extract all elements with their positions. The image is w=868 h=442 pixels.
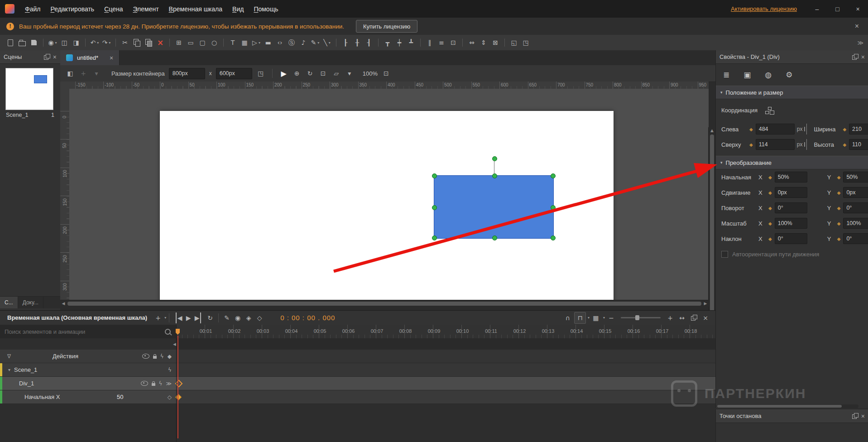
snap-anchor-icon[interactable]: ⊕ xyxy=(293,70,302,77)
dropdown-chevron-icon[interactable]: ▾ xyxy=(259,41,260,45)
symbol-icon[interactable]: Ⓢ▾ xyxy=(286,37,297,48)
align-top-icon[interactable]: ┳▾ xyxy=(382,37,393,48)
div-element-icon[interactable]: ⊞▾ xyxy=(173,37,184,48)
dropdown-chevron-icon[interactable]: ▾ xyxy=(329,41,331,45)
scene-capture-icon[interactable]: ◫▾ xyxy=(59,37,70,48)
group-icon[interactable]: ◱▾ xyxy=(508,37,519,48)
timeline-zoom-slider[interactable] xyxy=(621,317,661,318)
properties-scrollbar-thumb[interactable] xyxy=(717,405,842,408)
rotation-handle[interactable] xyxy=(492,156,497,161)
property-row-label[interactable]: Начальная X xyxy=(24,394,60,400)
minimize-button[interactable]: – xyxy=(807,0,827,18)
transform-y-input[interactable] xyxy=(843,202,868,213)
scene-row-label[interactable]: Scene_1 xyxy=(14,366,37,373)
copy-icon[interactable]: ▾ xyxy=(131,37,142,48)
div-row-label[interactable]: Div_1 xyxy=(19,380,34,387)
add-animation-chevron-icon[interactable]: ▾ xyxy=(164,316,166,320)
open-folder-icon[interactable]: ▾ xyxy=(17,37,28,48)
add-keyframe-icon[interactable]: ◆ xyxy=(843,127,846,132)
timeline-row-scene[interactable]: ▾ Scene_1 ϟ xyxy=(0,363,715,377)
close-panel-icon[interactable]: × xyxy=(861,413,865,420)
float-timeline-icon[interactable] xyxy=(691,315,697,321)
add-keyframe-icon[interactable]: ◆ xyxy=(837,175,841,180)
section-position-size[interactable]: ▾ Положение и размер xyxy=(716,86,868,99)
vertical-scrollbar-thumb[interactable] xyxy=(710,135,714,331)
maximize-button[interactable]: □ xyxy=(827,0,848,18)
menu-help[interactable]: Помощь xyxy=(249,5,283,13)
undo-icon[interactable]: ↶▾ xyxy=(89,37,100,48)
audio-icon[interactable]: ♪▾ xyxy=(298,37,309,48)
menu-element[interactable]: Элемент xyxy=(128,5,163,13)
menu-view[interactable]: Вид xyxy=(227,5,249,13)
align-middle-icon[interactable]: ┿▾ xyxy=(394,37,405,48)
scroll-left-icon[interactable]: ◀ xyxy=(60,301,67,306)
scene-actions-icon[interactable]: ϟ xyxy=(168,367,172,373)
tab-scenes[interactable]: С... xyxy=(0,297,18,308)
size-value-input[interactable] xyxy=(849,124,868,135)
make-same-size-icon[interactable]: ⊡▾ xyxy=(448,37,459,48)
filter-icon[interactable]: ∇ xyxy=(7,353,11,360)
shape-pen-icon[interactable]: ✎▾ xyxy=(310,37,321,48)
media-icon[interactable]: ▷▾ xyxy=(251,37,262,48)
size-value-input[interactable] xyxy=(849,139,868,150)
float-panel-icon[interactable] xyxy=(44,54,50,60)
arrange-icon[interactable]: ⊠▾ xyxy=(490,37,501,48)
resize-handle-e[interactable] xyxy=(551,205,556,210)
activate-license-link[interactable]: Активировать лицензию xyxy=(731,5,797,12)
toggle-visibility-icon[interactable] xyxy=(141,381,148,386)
add-keyframe-icon[interactable]: ◇ xyxy=(254,312,265,323)
cut-icon[interactable]: ✂▾ xyxy=(120,37,130,48)
keyframes-column-icon[interactable]: ◆ xyxy=(168,353,172,360)
add-keyframe-icon[interactable]: ◆ xyxy=(837,236,841,241)
easing-editor-icon[interactable]: ✎ xyxy=(221,312,232,323)
toolbar-overflow-icon[interactable]: ≫ xyxy=(857,39,863,46)
transform-y-input[interactable] xyxy=(843,233,868,244)
redo-icon[interactable]: ↷▾ xyxy=(101,37,112,48)
menu-edit[interactable]: Редактировать xyxy=(45,5,99,13)
resize-handle-nw[interactable] xyxy=(432,173,437,178)
transform-y-input[interactable] xyxy=(843,172,868,183)
actions-lightning-icon[interactable]: ϟ xyxy=(160,353,164,360)
add-keyframe-icon[interactable]: ◆ xyxy=(749,127,753,132)
close-panel-icon[interactable]: × xyxy=(861,53,865,61)
transform-x-input[interactable] xyxy=(775,218,807,229)
embed-icon[interactable]: ‹›▾ xyxy=(274,37,285,48)
zoom-out-timeline-icon[interactable]: − xyxy=(606,312,617,323)
buy-license-button[interactable]: Купить лицензию xyxy=(356,20,417,33)
unit-toggle-icon[interactable] xyxy=(804,142,805,147)
save-icon[interactable]: ▾ xyxy=(29,37,39,48)
transform-x-input[interactable] xyxy=(775,233,807,244)
skip-to-end-icon[interactable]: ▶ xyxy=(194,312,201,323)
new-file-icon[interactable]: ▾ xyxy=(5,37,16,48)
constrain-link-icon[interactable] xyxy=(806,124,807,135)
align-bottom-icon[interactable]: ┻▾ xyxy=(406,37,417,48)
grid-options-icon[interactable]: ▦ xyxy=(590,312,601,323)
timeline-zoom-thumb[interactable] xyxy=(635,315,639,320)
menu-timeline[interactable]: Временная шкала xyxy=(164,5,227,13)
collapse-keyframe-pane-icon[interactable]: ◀ xyxy=(173,342,176,346)
constrain-link-icon[interactable] xyxy=(806,139,807,150)
timeline-row-property[interactable]: Начальная X 50 ◇ xyxy=(0,390,715,404)
resize-handle-sw[interactable] xyxy=(432,235,437,240)
close-window-button[interactable]: × xyxy=(848,0,868,18)
same-width-icon[interactable]: ⇔▾ xyxy=(466,37,477,48)
transform-tool-icon[interactable]: ▱ xyxy=(332,70,341,77)
tab-general-icon[interactable]: ≣ xyxy=(723,70,729,79)
dropdown-chevron-icon[interactable]: ▾ xyxy=(317,41,319,45)
horizontal-scrollbar[interactable]: ◀ ▶ xyxy=(60,300,709,307)
button-icon[interactable]: ▬▾ xyxy=(263,37,273,48)
magnet-chevron-icon[interactable]: ▾ xyxy=(588,316,590,320)
delete-icon[interactable]: ×▾ xyxy=(155,37,166,48)
scene-canvas[interactable] xyxy=(160,111,614,300)
zoom-in-timeline-icon[interactable]: + xyxy=(665,312,676,323)
timeline-row-div[interactable]: Div_1 ϟ ≫ xyxy=(0,377,715,390)
play-scene-icon[interactable]: ▶ xyxy=(279,69,288,78)
transform-x-input[interactable] xyxy=(775,172,807,183)
align-left-icon[interactable]: ┠▾ xyxy=(340,37,351,48)
close-timeline-icon[interactable]: × xyxy=(700,312,711,323)
dropdown-chevron-icon[interactable]: ▾ xyxy=(97,41,99,45)
distribute-horizontal-icon[interactable]: ∥▾ xyxy=(424,37,435,48)
fit-canvas-icon[interactable]: ⊡ xyxy=(382,70,391,77)
ungroup-icon[interactable]: ◳▾ xyxy=(520,37,531,48)
toggle-visibility-icon[interactable] xyxy=(142,354,149,359)
